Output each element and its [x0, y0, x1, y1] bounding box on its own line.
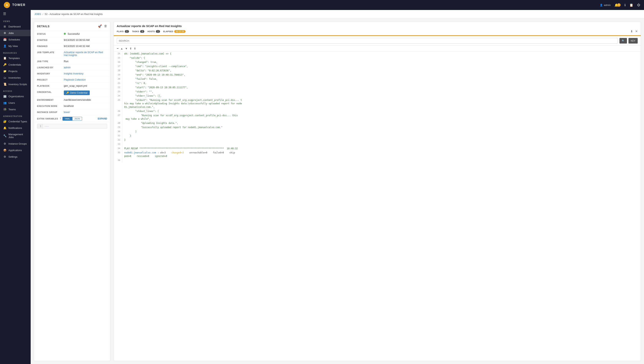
topbar: A TOWER 👤 admin 🔔0 ℹ 📋 ⏻ — [0, 0, 644, 10]
sidebar-item-my-view[interactable]: 👤 My View — [0, 43, 31, 49]
plays-stat: PLAYS 1 — [117, 30, 129, 33]
sidebar-item-label: Projects — [8, 70, 18, 73]
launch-icon[interactable]: 🚀 — [98, 24, 102, 28]
teams-icon: 👫 — [3, 108, 6, 111]
sidebar-item-applications[interactable]: 📦 Applications — [0, 147, 31, 153]
credential-button[interactable]: 🔑 Demo Credential — [64, 91, 90, 95]
hosts-count: 1 — [156, 30, 160, 33]
sidebar-item-instance-groups[interactable]: ⚙ Instance Groups — [0, 140, 31, 147]
user-icon: 👤 — [600, 4, 603, 7]
launched-by-value: admin — [64, 66, 107, 69]
log-line: 17 "cmd": "insights-client --compliance"… — [114, 64, 641, 69]
notification-count: 0 — [617, 3, 620, 7]
clipboard-icon[interactable]: 📋 — [630, 3, 633, 7]
fullscreen-icon[interactable]: ✕ — [635, 30, 638, 33]
log-line-text: } — [122, 134, 641, 138]
log-line-text: "stdout_lines": [ — [122, 109, 641, 113]
sidebar-item-teams[interactable]: 👫 Teams — [0, 106, 31, 113]
extra-vars-label: EXTRA VARIABLES — [37, 118, 58, 120]
tasks-label: TASKS — [132, 30, 139, 33]
sidebar-item-notifications[interactable]: 🔔 Notifications — [0, 125, 31, 131]
log-line-text: "salida": { — [122, 56, 641, 60]
sidebar-item-credential-types[interactable]: 🔐 Credential Types — [0, 118, 31, 125]
log-line-text: "Successfully uploaded report for node01… — [122, 125, 641, 129]
minus-button[interactable]: − — [117, 47, 118, 50]
sidebar-item-label: Instance Groups — [8, 142, 27, 145]
job-type-row: JOB TYPE Run — [34, 58, 110, 65]
sidebar-item-inventories[interactable]: 🗂 Inventories — [0, 74, 31, 81]
started-value: 9/13/2020 10:36:53 AM — [64, 39, 107, 42]
power-icon[interactable]: ⏻ — [637, 3, 640, 7]
key-button[interactable]: KEY — [628, 38, 638, 44]
log-line-text: "cmd": "insights-client --compliance", — [122, 64, 641, 69]
scroll-up-button[interactable]: ▲ — [120, 47, 123, 50]
sidebar-item-inventory-scripts[interactable]: 📜 Inventory Scripts — [0, 81, 31, 88]
yaml-toggle-button[interactable]: YAML — [62, 117, 72, 121]
scroll-top-button[interactable]: ⬆ — [130, 47, 132, 50]
execution-node-label: EXECUTION NODE — [37, 105, 64, 107]
info-icon[interactable]: ℹ — [624, 3, 626, 7]
log-line: 31 } — [114, 134, 641, 138]
status-row: STATUS Successful — [34, 31, 110, 37]
json-toggle-button[interactable]: JSON — [72, 117, 82, 121]
topbar-right: 👤 admin 🔔0 ℹ 📋 ⏻ — [600, 3, 640, 7]
environment-value: /var/lib/awx/venv/ansible — [64, 98, 107, 101]
management-jobs-icon: 🔧 — [3, 134, 6, 137]
inventory-scripts-icon: 📜 — [3, 83, 6, 86]
log-line-text: "stdout": "Running scan for xccdf_org.ss… — [122, 98, 641, 109]
inventory-link[interactable]: Insights Inventory — [64, 72, 84, 75]
job-template-link[interactable]: Actualizar reporte de SCAP en Red Hat In… — [64, 51, 103, 57]
breadcrumb-separator: / — [42, 13, 43, 16]
log-line-number: 21 — [114, 81, 122, 85]
search-input[interactable] — [117, 38, 618, 44]
projects-icon: 📁 — [3, 70, 6, 73]
log-line-number: 16 — [114, 60, 122, 64]
log-line-text: "rc": 0, — [122, 81, 641, 85]
sidebar-item-users[interactable]: 👥 Users — [0, 100, 31, 106]
scroll-down-button[interactable]: ▼ — [125, 47, 128, 50]
sidebar-item-label: My View — [8, 45, 18, 48]
download-icon[interactable]: ⬇ — [630, 30, 633, 33]
sidebar-item-projects[interactable]: 📁 Projects — [0, 68, 31, 74]
log-line: 30 ] — [114, 129, 641, 134]
user-menu[interactable]: 👤 admin — [600, 4, 611, 7]
resources-section-label: RESOURCES — [0, 49, 31, 55]
sidebar-item-organizations[interactable]: 🏢 Organizations — [0, 93, 31, 100]
users-icon: 👥 — [3, 101, 6, 104]
launched-by-link[interactable]: admin — [64, 66, 70, 69]
sidebar-item-management-jobs[interactable]: 🔧 Management Jobs — [0, 131, 31, 140]
log-line-text — [122, 158, 641, 162]
log-line-text: "stderr": "", — [122, 90, 641, 94]
sidebar-item-templates[interactable]: 📋 Templates — [0, 55, 31, 61]
log-line-text: node01.jmanuelcalvo.com : ok=3 changed=2… — [122, 151, 641, 158]
job-template-value: Actualizar reporte de SCAP en Red Hat In… — [64, 51, 107, 57]
jobs-breadcrumb-link[interactable]: JOBS — [34, 13, 41, 16]
scroll-bottom-button[interactable]: ⬇ — [134, 47, 136, 50]
plays-count: 1 — [125, 30, 129, 33]
project-link[interactable]: Playbook Collection — [64, 78, 86, 81]
breadcrumb-current: 52 - Actualizar reporte de SCAP en Red H… — [45, 13, 103, 16]
playbook-value: gen_scap_report.yml — [64, 84, 107, 87]
hamburger-menu[interactable]: ☰ — [0, 10, 31, 18]
log-line-number: 20 — [114, 77, 122, 81]
instance-group-link[interactable]: tower — [64, 111, 70, 114]
sidebar-item-jobs[interactable]: ⚙ Jobs — [0, 30, 31, 36]
finished-value: 9/13/2020 10:40:32 AM — [64, 45, 107, 48]
log-line-text: "Uploading Insights data.", — [122, 121, 641, 125]
delete-icon[interactable]: 🗑 — [104, 24, 107, 28]
sidebar-item-label: Settings — [8, 155, 18, 158]
sidebar-item-settings[interactable]: ⚙ Settings — [0, 153, 31, 160]
expand-button[interactable]: EXPAND — [98, 117, 107, 120]
elapsed-label: ELAPSED — [163, 30, 173, 33]
sidebar-item-dashboard[interactable]: ⊞ Dashboard — [0, 23, 31, 30]
notification-icon[interactable]: 🔔0 — [614, 3, 620, 7]
output-controls: − ▲ ▼ ⬆ ⬇ — [114, 46, 641, 52]
sidebar-item-schedules[interactable]: 📅 Schedules — [0, 36, 31, 43]
sidebar-item-credentials[interactable]: 🔑 Credentials — [0, 61, 31, 68]
environment-row: ENVIRONMENT /var/lib/awx/venv/ansible — [34, 97, 110, 103]
status-value: Successful — [64, 33, 107, 35]
search-button[interactable]: 🔍 — [620, 38, 627, 44]
brand-name: TOWER — [12, 3, 26, 7]
log-line: 28 "Uploading Insights data.", — [114, 121, 641, 125]
help-icon[interactable]: ? — [60, 117, 61, 120]
